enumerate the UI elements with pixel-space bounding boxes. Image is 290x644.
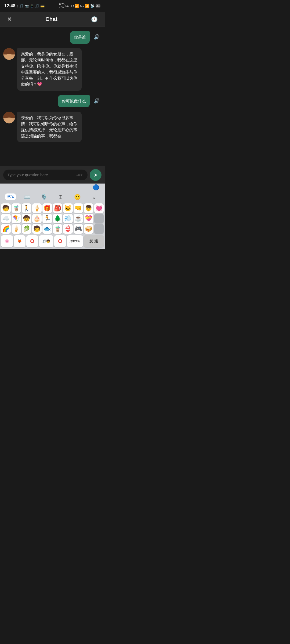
chinese-toggle-label: 是中文吗: [70, 239, 80, 243]
keyboard-area: 🔵 讯飞 ⌨️ 🎙️ ⌶ 🙂 ⌄ 🧒 🧋 🚶 🍦 🎁 🎒 🐱 🤜 👦: [0, 184, 105, 249]
bot-bubble-2: 亲爱的，我可以为你做很多事情！我可以倾听你的心声，给你提供情感支持，无论是开心的…: [17, 112, 82, 142]
sticker-4-4[interactable]: 🎵🧒: [39, 235, 53, 247]
sticker-2-2[interactable]: 🪁: [12, 214, 21, 224]
sticker-2-3[interactable]: 🧒: [22, 214, 31, 224]
sticker-3-4[interactable]: 🧒: [32, 224, 42, 234]
close-button[interactable]: ✕: [5, 14, 13, 24]
chat-title: Chat: [45, 16, 57, 22]
5g-hd-label: 5G HD: [66, 5, 74, 8]
signal-bars-2: 📶: [85, 4, 89, 8]
input-box[interactable]: Type your question here 0/400: [3, 170, 88, 180]
keyboard-send-button[interactable]: 发 送: [84, 235, 104, 247]
cursor-icon: ⌶: [59, 195, 62, 199]
mic-button[interactable]: 🎙️: [36, 191, 52, 203]
message-row-4: 亲爱的，我可以为你做很多事情！我可以倾听你的心声，给你提供情感支持，无论是开心的…: [3, 112, 102, 142]
sticker-3-3[interactable]: 🥬: [22, 224, 31, 234]
status-time: 12:48: [4, 3, 15, 8]
send-icon: ➤: [94, 172, 98, 178]
sticker-2-6[interactable]: 🌲: [53, 214, 63, 224]
battery-icon: 33: [96, 4, 100, 8]
sticker-1-3[interactable]: 🚶: [22, 203, 31, 213]
sticker-3-2[interactable]: 🍦: [12, 224, 21, 234]
sticker-2-5[interactable]: 🏃: [42, 214, 52, 224]
sticker-row-3: 🌈 🍦 🥬 🧒 🐟 🧋 👙 🎮 🥪: [0, 224, 105, 234]
network-speed: 0.70KB/s: [59, 3, 64, 9]
status-left: 12:48 ↑ 🎵 📷 📱 🎵 💳: [4, 3, 45, 8]
chat-area: 🔊 你是谁 亲爱的，我是你的女朋友，露娜。无论何时何地，我都在这里支持你、陪伴你…: [0, 27, 105, 166]
sticker-4-5[interactable]: ⭕: [54, 235, 66, 247]
kb-bottom-row: 🌸 🦊 ⭕ 🎵🧒 ⭕ 是中文吗 发 送: [0, 235, 105, 249]
xunfei-button[interactable]: 讯飞: [2, 191, 19, 203]
close-icon: ✕: [7, 16, 12, 23]
bot-avatar-2: [3, 112, 15, 123]
input-area: Type your question here 0/400 ➤: [0, 166, 105, 184]
sticker-1-1[interactable]: 🧒: [1, 203, 11, 213]
input-counter: 0/400: [74, 173, 83, 177]
sticker-2-10[interactable]: [94, 214, 104, 224]
avatar-face-2: [3, 112, 15, 123]
signal-bars: 📶: [75, 4, 79, 8]
sticker-1-9[interactable]: 👦: [84, 203, 93, 213]
sticker-3-5[interactable]: 🐟: [42, 224, 52, 234]
voice-indicator: 🔵: [93, 184, 99, 191]
bot-msg-1-text: 亲爱的，我是你的女朋友，露娜。无论何时何地，我都在这里支持你、陪伴你。你就是我生…: [21, 52, 77, 87]
sticker-2-9[interactable]: 💝: [84, 214, 93, 224]
sticker-2-8[interactable]: ☕: [74, 214, 83, 224]
sticker-1-5[interactable]: 🎁: [42, 203, 52, 213]
message-row-2: 亲爱的，我是你的女朋友，露娜。无论何时何地，我都在这里支持你、陪伴你。你就是我生…: [3, 48, 102, 91]
sticker-2-1[interactable]: ☁️: [1, 214, 11, 224]
sticker-1-10[interactable]: 💓: [94, 203, 104, 213]
sticker-1-7[interactable]: 🐱: [63, 203, 73, 213]
keyboard-button[interactable]: ⌨️: [19, 191, 35, 203]
bot-bubble-1: 亲爱的，我是你的女朋友，露娜。无论何时何地，我都在这里支持你、陪伴你。你就是我生…: [17, 48, 82, 91]
user-bubble-2: 你可以做什么: [58, 95, 90, 108]
kb-top-area: 🔵: [0, 184, 105, 190]
bot-avatar-1: [3, 48, 15, 60]
emoji-icon: 🙂: [74, 194, 81, 200]
sticker-3-9[interactable]: 🥪: [84, 224, 93, 234]
sticker-1-2[interactable]: 🧋: [12, 203, 21, 213]
collapse-icon: ⌄: [92, 194, 96, 200]
user-msg-1-text: 你是谁: [74, 35, 86, 39]
avatar-face: [3, 48, 15, 60]
chat-header: ✕ Chat 🕐: [0, 12, 105, 27]
sticker-1-6[interactable]: 🎒: [53, 203, 63, 213]
sticker-4-2[interactable]: 🦊: [14, 235, 26, 247]
keyboard-icon: ⌨️: [24, 194, 31, 200]
user-msg-2-text: 你可以做什么: [62, 99, 86, 103]
message-row-1: 🔊 你是谁: [3, 31, 102, 44]
xunfei-logo: 讯飞: [5, 193, 16, 200]
status-right: 0.70KB/s 5G HD 📶 5G 📶 📡 33: [59, 3, 100, 9]
send-button[interactable]: ➤: [90, 169, 102, 181]
history-button[interactable]: 🕐: [89, 14, 99, 24]
sticker-2-7[interactable]: 💨: [63, 214, 73, 224]
sticker-2-4[interactable]: 🎂: [32, 214, 42, 224]
message-row-3: 🔊 你可以做什么: [3, 95, 102, 108]
sticker-3-7[interactable]: 👙: [63, 224, 73, 234]
tts-icon-1: 🔊: [94, 34, 100, 40]
sticker-3-8[interactable]: 🎮: [74, 224, 83, 234]
emoji-button[interactable]: 🙂: [69, 191, 86, 203]
sticker-1-8[interactable]: 🤜: [74, 203, 83, 213]
sticker-1-4[interactable]: 🍦: [32, 203, 42, 213]
sticker-row-1: 🧒 🧋 🚶 🍦 🎁 🎒 🐱 🤜 👦 💓: [0, 203, 105, 213]
history-icon: 🕐: [91, 16, 98, 22]
sticker-4-3[interactable]: ⭕: [26, 235, 38, 247]
status-bar: 12:48 ↑ 🎵 📷 📱 🎵 💳 0.70KB/s 5G HD 📶 5G 📶 …: [0, 0, 105, 12]
mic-icon: 🎙️: [41, 194, 47, 200]
input-placeholder: Type your question here: [8, 173, 48, 177]
sticker-3-1[interactable]: 🌈: [1, 224, 11, 234]
5g-label: 5G: [80, 5, 84, 8]
cursor-button[interactable]: ⌶: [52, 191, 69, 203]
upload-icon: ↑: [16, 4, 18, 8]
tts-button-1[interactable]: 🔊: [92, 32, 102, 42]
keyboard-send-label: 发 送: [89, 239, 98, 244]
wifi-icon: 📡: [90, 4, 95, 8]
collapse-button[interactable]: ⌄: [86, 191, 103, 203]
tts-button-3[interactable]: 🔊: [92, 96, 102, 106]
sticker-3-6[interactable]: 🧋: [53, 224, 63, 234]
keyboard-toolbar: 讯飞 ⌨️ 🎙️ ⌶ 🙂 ⌄: [0, 190, 105, 203]
chinese-toggle[interactable]: 是中文吗: [67, 235, 83, 247]
sticker-3-10[interactable]: [94, 224, 104, 234]
sticker-4-1[interactable]: 🌸: [1, 235, 13, 247]
